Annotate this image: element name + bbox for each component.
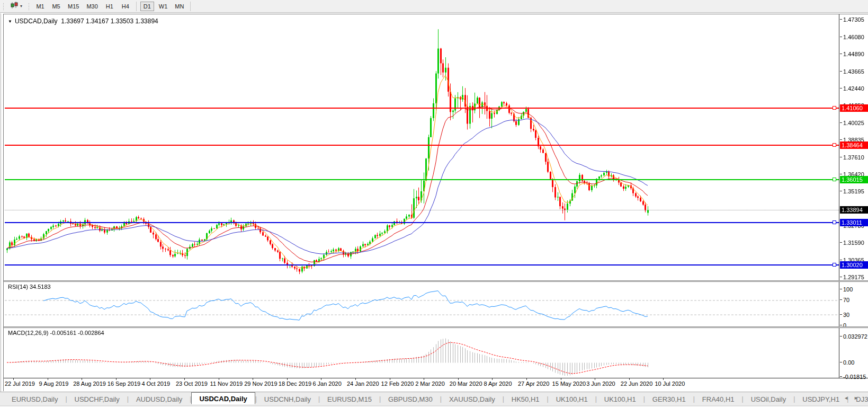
chart-window: ▼USDCAD,Daily 1.33697 1.34167 1.33503 1.… bbox=[3, 14, 868, 391]
rsi-indicator-label: RSI(14) 34.5183 bbox=[8, 284, 51, 290]
pane-splitter[interactable] bbox=[4, 280, 868, 282]
macd-pane-canvas[interactable] bbox=[5, 328, 839, 378]
chart-tab-fra40-h1[interactable]: FRA40,H1 bbox=[695, 394, 742, 404]
macd-tick-label: 0.032972 bbox=[843, 333, 867, 340]
line-drag-handle-icon[interactable] bbox=[833, 220, 836, 224]
macd-indicator-label: MACD(12,26,9) -0.005161 -0.002864 bbox=[8, 330, 104, 336]
date-tick-label: 4 Oct 2019 bbox=[141, 381, 170, 387]
window-left-edge bbox=[1, 13, 1, 407]
timeframe-button-m1[interactable]: M1 bbox=[33, 2, 47, 11]
toolbar-grip[interactable] bbox=[28, 2, 30, 11]
rsi-tick-label: 30 bbox=[843, 312, 849, 318]
price-tick-label: 1.43665 bbox=[843, 68, 864, 75]
macd-tick-label: 0.00 bbox=[843, 359, 854, 366]
chart-tab-usdjpy-h1[interactable]: USDJPY,H1 bbox=[795, 394, 847, 404]
price-tick-label: 1.35195 bbox=[843, 188, 864, 194]
macd-axis[interactable]: 0.0329720.00-0.01815 bbox=[839, 328, 868, 378]
toolbar-grip[interactable] bbox=[2, 2, 5, 11]
price-tick-label: 1.42440 bbox=[843, 85, 864, 92]
toolbar-separator bbox=[136, 2, 137, 11]
date-tick-label: 10 Jul 2020 bbox=[655, 381, 685, 387]
date-tick-label: 15 May 2020 bbox=[552, 381, 586, 387]
date-tick-label: 9 Aug 2019 bbox=[39, 381, 69, 387]
tab-scroll-left-icon[interactable]: ◄ bbox=[844, 395, 854, 401]
line-drag-handle-icon[interactable] bbox=[833, 143, 836, 147]
chart-symbol: USDCAD,Daily bbox=[15, 17, 58, 25]
date-tick-label: 28 Aug 2019 bbox=[73, 381, 106, 387]
chart-tab-uk100-h1[interactable]: UK100,H1 bbox=[597, 394, 643, 404]
date-tick-label: 8 Apr 2020 bbox=[484, 381, 512, 387]
timeframe-button-m30[interactable]: M30 bbox=[84, 2, 100, 11]
level-line[interactable] bbox=[5, 179, 839, 180]
date-tick-label: 2 Mar 2020 bbox=[415, 381, 445, 387]
date-tick-label: 18 Dec 2019 bbox=[279, 381, 311, 387]
resistance-line[interactable] bbox=[5, 145, 839, 146]
price-tick-label: 1.31590 bbox=[843, 240, 864, 246]
chart-tab-gbpusd-m30[interactable]: GBPUSD,M30 bbox=[381, 394, 440, 404]
chart-dropdown-icon[interactable]: ▼ bbox=[8, 19, 12, 24]
timeframe-button-h1[interactable]: H1 bbox=[103, 2, 117, 11]
timeframe-button-mn[interactable]: MN bbox=[172, 2, 186, 11]
line-drag-handle-icon[interactable] bbox=[833, 106, 836, 110]
price-tick-label: 1.29175 bbox=[843, 274, 864, 280]
price-tick-label: 1.40025 bbox=[843, 120, 864, 126]
chart-tab-xauusd-daily[interactable]: XAUUSD,Daily bbox=[442, 394, 503, 404]
chart-tab-usdcad-daily[interactable]: USDCAD,Daily bbox=[191, 392, 255, 404]
chart-tab-usdchf-daily[interactable]: USDCHF,Daily bbox=[67, 394, 127, 404]
tab-scroll-right-icon[interactable]: ► bbox=[854, 395, 864, 401]
line-drag-handle-icon[interactable] bbox=[833, 178, 836, 181]
chart-tab-eurusd-m15[interactable]: EURUSD,M15 bbox=[320, 394, 379, 404]
time-axis-line bbox=[4, 378, 868, 378]
rsi-tick-label: 100 bbox=[843, 286, 853, 293]
date-tick-label: 29 Nov 2019 bbox=[244, 381, 277, 387]
chart-tab-usdcnh-daily[interactable]: USDCNH,Daily bbox=[257, 394, 318, 404]
support-line[interactable] bbox=[5, 264, 839, 266]
line-drag-handle-icon[interactable] bbox=[833, 263, 836, 267]
date-tick-label: 22 Jul 2019 bbox=[5, 381, 35, 387]
timeframe-toolbar: M1M5M15M30H1H4D1W1MN bbox=[32, 2, 187, 11]
pane-splitter[interactable] bbox=[4, 326, 868, 328]
chart-tab-ger30-h1[interactable]: GER30,H1 bbox=[645, 394, 693, 404]
rsi-tick-label: 70 bbox=[843, 297, 849, 303]
chart-tab-hk50-h1[interactable]: HK50,H1 bbox=[504, 394, 547, 404]
date-tick-label: 23 Oct 2019 bbox=[176, 381, 208, 387]
line-price-label: 1.41060 bbox=[840, 104, 868, 112]
price-tick-label: 1.37610 bbox=[843, 154, 864, 161]
chevron-down-icon: ▾ bbox=[20, 4, 22, 8]
date-tick-label: 16 Sep 2019 bbox=[108, 381, 140, 387]
tab-scroll-buttons: ◄► bbox=[844, 395, 864, 401]
date-tick-label: 22 Jun 2020 bbox=[621, 381, 653, 387]
timeframe-button-h4[interactable]: H4 bbox=[119, 2, 132, 11]
line-price-label: 1.36015 bbox=[840, 176, 868, 183]
current-price-line bbox=[5, 210, 839, 210]
time-axis[interactable]: 22 Jul 20199 Aug 201928 Aug 201916 Sep 2… bbox=[4, 378, 868, 391]
chart-tab-usoil-daily[interactable]: USOil,Daily bbox=[744, 394, 793, 404]
chart-ohlc-values: 1.33697 1.34167 1.33503 1.33894 bbox=[61, 17, 158, 25]
timeframe-button-m5[interactable]: M5 bbox=[49, 2, 63, 11]
support-line[interactable] bbox=[5, 222, 839, 223]
macd-tick-label: -0.01815 bbox=[843, 374, 866, 380]
timeframe-button-m15[interactable]: M15 bbox=[65, 2, 82, 11]
chart-tab-audusd-daily[interactable]: AUDUSD,Daily bbox=[129, 394, 190, 404]
line-price-label: 1.30020 bbox=[840, 261, 868, 269]
rsi-pane-canvas[interactable] bbox=[5, 282, 839, 326]
resistance-line[interactable] bbox=[5, 108, 839, 109]
date-tick-label: 24 Jan 2020 bbox=[347, 381, 379, 387]
price-tick-label: 1.44890 bbox=[843, 51, 864, 57]
chart-tab-uk100-h1[interactable]: UK100,H1 bbox=[549, 394, 595, 404]
date-tick-label: 12 Feb 2020 bbox=[381, 381, 414, 387]
timeframe-button-d1[interactable]: D1 bbox=[140, 2, 154, 11]
timeframe-button-w1[interactable]: W1 bbox=[156, 2, 171, 11]
top-toolbar: ▾ M1M5M15M30H1H4D1W1MN bbox=[0, 0, 868, 13]
chart-tabs: EURUSD,Daily|USDCHF,Daily|AUDUSD,Daily|U… bbox=[4, 393, 868, 405]
date-tick-label: 11 Nov 2019 bbox=[210, 381, 243, 387]
rsi-axis[interactable]: 10070300 bbox=[839, 282, 868, 326]
date-tick-label: 6 Jan 2020 bbox=[312, 381, 341, 387]
chart-tab-eurusd-daily[interactable]: EURUSD,Daily bbox=[4, 394, 65, 404]
price-tick-label: 1.46080 bbox=[843, 34, 864, 40]
date-tick-label: 3 Jun 2020 bbox=[586, 381, 615, 387]
price-axis[interactable]: 1.473051.460801.448901.436651.424401.412… bbox=[839, 14, 868, 280]
chart-type-button[interactable]: ▾ bbox=[7, 1, 25, 12]
toolbar-separator bbox=[190, 2, 191, 11]
price-plot-overlay bbox=[5, 14, 839, 280]
